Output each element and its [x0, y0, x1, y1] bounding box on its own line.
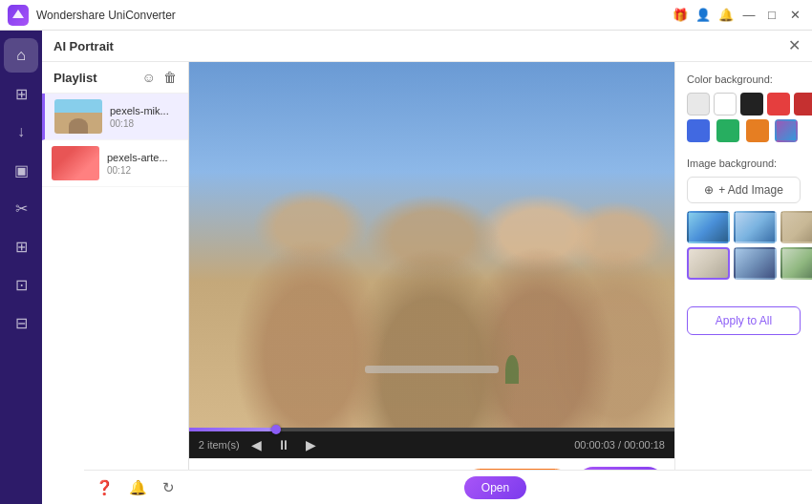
bell-icon[interactable]: 🔔 [716, 6, 736, 25]
playlist-thumb-1 [54, 99, 102, 134]
color-background-label: Color background: [687, 74, 801, 85]
progress-thumb [271, 425, 281, 434]
playlist-info-2: pexels-arte... 00:12 [107, 152, 179, 176]
video-frame [189, 62, 674, 428]
user-icon[interactable]: 👤 [694, 6, 713, 25]
color-grid-row2 [687, 119, 801, 142]
pause-button[interactable]: ⏸ [273, 435, 294, 454]
sidebar-item-home[interactable]: ⌂ [4, 38, 38, 73]
laptop-hint [365, 366, 499, 373]
img-thumb-1[interactable] [687, 211, 730, 243]
prev-button[interactable]: ◀ [247, 435, 266, 454]
app-footer: ❓ 🔔 ↻ Open [84, 470, 812, 504]
video-controls: 2 item(s) ◀ ⏸ ▶ 00:00:03 / 00:00:18 [189, 431, 674, 458]
playlist-duration-2: 00:12 [107, 165, 179, 176]
sidebar-item-compress[interactable]: ⊡ [4, 267, 38, 302]
gift-icon[interactable]: 🎁 [671, 6, 690, 25]
app-title: Wondershare UniConverter [36, 9, 671, 22]
color-swatch-green[interactable] [716, 119, 739, 142]
img-thumb-4[interactable] [687, 247, 730, 280]
logo-icon [11, 9, 25, 22]
time-display: 00:00:03 / 00:00:18 [574, 439, 665, 451]
notification-icon[interactable]: 🔔 [129, 479, 147, 496]
image-background-section: Image background: ⊕ + Add Image [687, 158, 801, 280]
sidebar-item-tools[interactable]: ⊟ [4, 305, 38, 340]
sidebar-item-convert[interactable]: ⊞ [4, 76, 38, 111]
title-bar: Wondershare UniConverter 🎁 👤 🔔 — □ ✕ [0, 0, 812, 31]
maximize-button[interactable]: □ [762, 6, 781, 25]
playlist-title: Playlist [53, 71, 97, 85]
playlist-header: Playlist ☺ 🗑 [42, 62, 188, 94]
help-icon[interactable]: ❓ [96, 479, 114, 496]
color-swatch-blue[interactable] [687, 119, 710, 142]
color-swatch-dark-red[interactable] [794, 93, 812, 116]
panel-body: Playlist ☺ 🗑 pexels-mik... 00:18 [42, 62, 812, 504]
playlist-icon-group: ☺ 🗑 [141, 70, 176, 85]
playlist-section: Playlist ☺ 🗑 pexels-mik... 00:18 [42, 62, 189, 504]
time-current: 00:00:03 [574, 439, 615, 451]
open-button[interactable]: Open [464, 476, 526, 499]
playlist-item[interactable]: pexels-mik... 00:18 [42, 94, 188, 140]
progress-bar[interactable] [189, 428, 674, 431]
time-total: 00:00:18 [624, 439, 665, 451]
ai-portrait-panel: AI Portrait ✕ Playlist ☺ 🗑 [42, 31, 812, 504]
color-background-section: Color background: [687, 74, 801, 142]
playlist-info-1: pexels-mik... 00:18 [110, 105, 179, 129]
video-content [189, 62, 674, 428]
add-icon: ⊕ [704, 183, 714, 197]
app-body: ⌂ ⊞ ↓ ▣ ✂ ⊞ ⊡ ⊟ AI Portrait ✕ Playlist [0, 31, 812, 504]
window-controls: 🎁 👤 🔔 — □ ✕ [671, 6, 804, 25]
panel-close-button[interactable]: ✕ [788, 38, 801, 53]
panel-title: AI Portrait [53, 39, 114, 53]
color-swatch-red[interactable] [767, 93, 790, 116]
sidebar: ⌂ ⊞ ↓ ▣ ✂ ⊞ ⊡ ⊟ [0, 31, 42, 504]
playlist-settings-icon[interactable]: ☺ [141, 70, 155, 85]
img-thumb-6[interactable] [780, 247, 812, 280]
playlist-name-2: pexels-arte... [107, 152, 179, 163]
minimize-button[interactable]: — [739, 6, 759, 25]
color-swatch-light-gray[interactable] [687, 93, 710, 116]
playlist-duration-1: 00:18 [110, 118, 179, 129]
app-logo [8, 5, 29, 26]
add-image-button[interactable]: ⊕ + Add Image [687, 177, 801, 203]
sidebar-item-trim[interactable]: ✂ [4, 191, 38, 225]
playlist-thumb-2 [52, 146, 99, 180]
sidebar-item-edit[interactable]: ▣ [4, 153, 38, 187]
color-swatch-white[interactable] [714, 93, 737, 116]
refresh-icon[interactable]: ↻ [162, 479, 175, 496]
playlist-delete-icon[interactable]: 🗑 [163, 70, 177, 85]
playlist-item[interactable]: pexels-arte... 00:12 [42, 140, 188, 187]
color-swatch-black[interactable] [740, 93, 763, 116]
add-image-label: + Add Image [718, 183, 783, 197]
color-grid-row1 [687, 93, 801, 116]
sidebar-item-download[interactable]: ↓ [4, 115, 38, 149]
img-thumb-3[interactable] [780, 211, 812, 243]
image-grid [687, 211, 801, 280]
svg-marker-0 [12, 10, 24, 18]
close-button[interactable]: ✕ [785, 6, 804, 25]
video-area: 2 item(s) ◀ ⏸ ▶ 00:00:03 / 00:00:18 File… [189, 62, 674, 504]
playlist-name-1: pexels-mik... [110, 105, 179, 116]
progress-fill [189, 428, 276, 431]
img-thumb-5[interactable] [734, 247, 777, 280]
apply-to-all-button[interactable]: Apply to All [687, 306, 801, 335]
playlist-items: pexels-mik... 00:18 pexels-arte... 00:12 [42, 94, 188, 504]
sidebar-item-merge[interactable]: ⊞ [4, 229, 38, 263]
panel-header: AI Portrait ✕ [42, 31, 812, 62]
content-area: AI Portrait ✕ Playlist ☺ 🗑 [42, 31, 812, 504]
image-background-label: Image background: [687, 158, 801, 169]
next-button[interactable]: ▶ [302, 435, 320, 454]
item-count: 2 item(s) [199, 439, 240, 451]
img-thumb-2[interactable] [734, 211, 777, 243]
color-swatch-orange[interactable] [746, 119, 769, 142]
color-swatch-gradient[interactable] [775, 119, 798, 142]
right-panel: Color background: [674, 62, 812, 504]
plant-hint [505, 355, 519, 384]
time-separator: / [615, 439, 624, 451]
